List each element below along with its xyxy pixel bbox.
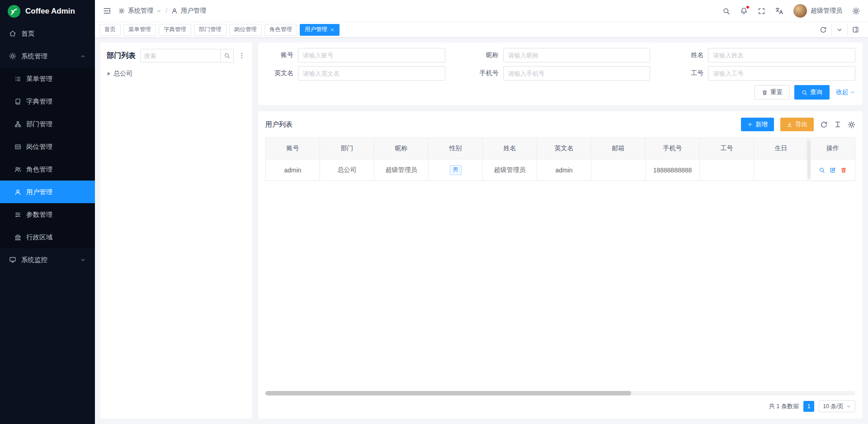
filter-field-account: 账号 [265, 48, 445, 62]
sidebar-item-menu-management[interactable]: 菜单管理 [0, 67, 95, 90]
filter-field-english-name: 英文名 [265, 66, 445, 81]
name-input[interactable] [708, 48, 855, 62]
chevron-up-icon [80, 53, 86, 59]
search-icon[interactable] [722, 7, 730, 15]
notifications-icon[interactable] [740, 7, 748, 15]
sidebar-item-home[interactable]: 首页 [0, 22, 95, 45]
table-header-row: 账号 部门 昵称 性别 姓名 英文名 邮箱 手机号 工号 生日 [266, 138, 810, 159]
page-size-select[interactable]: 10 条/页 [819, 400, 855, 412]
tab-menu-management[interactable]: 菜单管理 [123, 24, 156, 36]
breadcrumb-parent[interactable]: 系统管理 [128, 7, 153, 15]
app-root: Coffee Admin 首页 系统管理 菜单管理 字典管理 [0, 0, 868, 424]
sidebar-item-user-management[interactable]: 用户管理 [0, 181, 95, 203]
dept-panel-title: 部门列表 [107, 51, 136, 61]
table-empty-space [265, 181, 855, 387]
edit-user-icon[interactable] [830, 167, 836, 173]
user-menu[interactable]: 超级管理员 [793, 4, 842, 18]
pagination-page-1[interactable]: 1 [803, 401, 814, 412]
view-user-icon[interactable] [819, 167, 825, 173]
sidebar-item-params-management[interactable]: 参数管理 [0, 203, 95, 226]
column-width-icon[interactable] [834, 121, 841, 128]
account-input[interactable] [298, 48, 445, 62]
col-header-email: 邮箱 [591, 138, 646, 159]
tab-dict-management[interactable]: 字典管理 [159, 24, 191, 36]
col-header-english-name: 英文名 [537, 138, 591, 159]
chevron-down-icon [156, 9, 161, 14]
cell-english-name: admin [537, 159, 591, 181]
dept-search-icon[interactable] [220, 49, 233, 62]
gear-icon [9, 52, 16, 60]
fullscreen-icon[interactable] [758, 7, 765, 15]
gear-icon [118, 8, 125, 14]
collapse-filters-link[interactable]: 收起 [836, 88, 855, 96]
dept-tree: 总公司 [107, 69, 245, 79]
reset-icon [762, 90, 768, 95]
main-area: 系统管理 / 用户管理 超级管理员 首页 菜单管理 字 [95, 0, 868, 424]
home-icon [9, 30, 16, 37]
nickname-input[interactable] [503, 48, 651, 62]
tab-role-management[interactable]: 角色管理 [264, 24, 297, 36]
english-name-input[interactable] [298, 66, 445, 81]
translate-icon[interactable] [775, 7, 783, 15]
col-header-actions: 操作 [810, 138, 855, 159]
col-header-birthday: 生日 [754, 138, 808, 159]
table-settings-icon[interactable] [848, 121, 855, 129]
sidebar-item-admin-region[interactable]: 行政区域 [0, 226, 95, 248]
pagination: 共 1 条数据 1 10 条/页 [265, 400, 855, 412]
sidebar-item-dept-management[interactable]: 部门管理 [0, 113, 95, 135]
sidebar-item-system-monitor[interactable]: 系统监控 [0, 248, 95, 271]
horizontal-scrollbar-thumb[interactable] [265, 391, 631, 395]
sidebar-item-dict-management[interactable]: 字典管理 [0, 90, 95, 113]
sidebar-item-label: 参数管理 [26, 210, 52, 219]
table-row: admin 总公司 超级管理员 男 超级管理员 admin 1888888888… [266, 159, 810, 181]
monitor-icon [9, 256, 16, 263]
more-options-icon[interactable] [238, 52, 245, 59]
settings-icon[interactable] [852, 7, 860, 15]
sidebar-item-label: 字典管理 [26, 97, 52, 106]
tab-dept-management[interactable]: 部门管理 [194, 24, 226, 36]
sidebar-item-role-management[interactable]: 角色管理 [0, 158, 95, 181]
english-name-label: 英文名 [265, 69, 293, 77]
layout-icon[interactable] [847, 24, 863, 36]
sidebar-item-label: 系统管理 [21, 52, 47, 61]
avatar[interactable] [793, 4, 807, 18]
cell-birthday [754, 159, 808, 181]
sidebar-collapse-icon[interactable] [103, 7, 111, 15]
tree-node-head-office[interactable]: 总公司 [107, 69, 245, 79]
export-button[interactable]: 导出 [780, 118, 814, 131]
reset-button[interactable]: 重置 [755, 85, 790, 100]
phone-input[interactable] [503, 66, 651, 81]
col-header-dept: 部门 [320, 138, 374, 159]
tab-user-management[interactable]: 用户管理 [300, 24, 340, 36]
content: 部门列表 总公司 [95, 37, 868, 424]
close-icon[interactable] [330, 28, 335, 32]
table-refresh-icon[interactable] [820, 121, 828, 129]
tab-post-management[interactable]: 岗位管理 [229, 24, 262, 36]
job-number-label: 工号 [675, 69, 703, 77]
tab-home[interactable]: 首页 [99, 24, 121, 36]
tree-caret-icon[interactable] [108, 72, 110, 76]
sidebar-item-post-management[interactable]: 岗位管理 [0, 135, 95, 158]
add-user-button[interactable]: 新增 [741, 118, 774, 131]
phone-label: 手机号 [471, 69, 499, 77]
sidebar-menu: 首页 系统管理 菜单管理 字典管理 部门管理 [0, 22, 95, 424]
params-icon [14, 211, 21, 218]
job-number-input[interactable] [708, 66, 855, 81]
sidebar-item-label: 行政区域 [26, 233, 52, 242]
sidebar-item-system-management[interactable]: 系统管理 [0, 45, 95, 67]
user-table-title: 用户列表 [265, 120, 292, 129]
col-header-job-number: 工号 [700, 138, 754, 159]
cell-nickname: 超级管理员 [374, 159, 429, 181]
tab-actions-chevron-down-icon[interactable] [831, 24, 847, 36]
org-tree-icon [14, 121, 21, 128]
user-name[interactable]: 超级管理员 [811, 7, 842, 15]
cell-dept: 总公司 [320, 159, 374, 181]
sidebar-item-label: 岗位管理 [26, 143, 52, 151]
refresh-icon[interactable] [815, 24, 831, 36]
query-button[interactable]: 查询 [794, 85, 830, 100]
pagination-total: 共 1 条数据 [769, 402, 799, 410]
app-title: Coffee Admin [25, 7, 75, 16]
dept-search-input[interactable] [141, 49, 220, 62]
user-table-panel: 用户列表 新增 导出 [258, 111, 863, 419]
delete-user-icon[interactable] [840, 167, 847, 173]
